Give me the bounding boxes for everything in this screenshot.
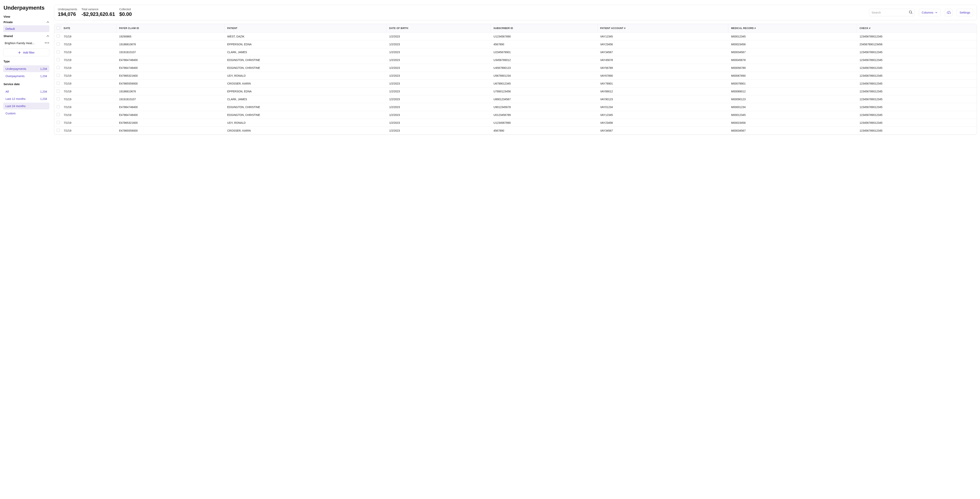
table-cell: 7/1/19	[61, 80, 116, 88]
row-select-cell	[54, 80, 61, 88]
table-cell: WEST, DAZIK	[224, 33, 387, 40]
type-filter-item[interactable]: Overpayments1,234	[3, 73, 49, 80]
row-checkbox[interactable]	[57, 42, 60, 46]
table-row[interactable]: 7/1/1919290865WEST, DAZIK1/2/2023U123456…	[54, 33, 977, 40]
column-header[interactable]: PAYER CLAIM ID	[116, 24, 224, 33]
column-header[interactable]: CHECK #	[857, 24, 977, 33]
row-checkbox[interactable]	[57, 81, 60, 85]
service-date-filter-item[interactable]: All1,234	[3, 88, 49, 95]
table-cell: VAY89012	[597, 88, 728, 95]
table-row[interactable]: 7/1/1919186810676EPPERSON, EDNA1/2/20234…	[54, 40, 977, 48]
table-cell: M00012345	[728, 111, 857, 119]
select-all-checkbox[interactable]	[57, 26, 60, 29]
row-checkbox[interactable]	[57, 50, 60, 53]
shared-label: Shared	[3, 35, 13, 38]
table-cell: U1234567890	[491, 33, 597, 40]
row-checkbox[interactable]	[57, 89, 60, 92]
column-header[interactable]: DATE OF BIRTH	[387, 24, 491, 33]
row-checkbox[interactable]	[57, 35, 60, 38]
shared-view-item[interactable]: Brighton Family Heal... •••	[3, 39, 49, 47]
row-select-cell	[54, 127, 61, 134]
table-cell: 1/2/2023	[387, 111, 491, 119]
service-date-filter-label: Custom	[5, 112, 16, 115]
row-checkbox[interactable]	[57, 129, 60, 132]
row-checkbox[interactable]	[57, 58, 60, 61]
table-row[interactable]: 7/1/19E47865559000CROSSER, KARIN1/2/2023…	[54, 127, 977, 134]
table-cell: 1/2/2023	[387, 48, 491, 56]
table-row[interactable]: 7/1/1919186810676EPPERSON, EDNA1/2/2023U…	[54, 88, 977, 95]
table-cell: U6789012345	[491, 80, 597, 88]
table-cell: VAY34567	[597, 48, 728, 56]
cloud-download-icon	[947, 11, 951, 14]
table-row[interactable]: 7/1/1919191810107CLARK, JAMES1/2/2023U23…	[54, 48, 977, 56]
table-row[interactable]: 7/1/19E47864748400EDGINGTON, CHRISTINE1/…	[54, 56, 977, 64]
row-checkbox[interactable]	[57, 97, 60, 100]
row-checkbox[interactable]	[57, 66, 60, 69]
table-cell: EPPERSON, EDNA	[224, 88, 387, 95]
shared-group-toggle[interactable]: Shared	[3, 35, 49, 38]
table-cell: 7/1/19	[61, 48, 116, 56]
row-checkbox[interactable]	[57, 113, 60, 116]
row-checkbox[interactable]	[57, 74, 60, 77]
more-icon[interactable]: •••	[45, 41, 49, 45]
table-cell: 7/1/19	[61, 72, 116, 80]
type-filter-label: Underpayments	[5, 67, 26, 70]
service-date-filter-count: 1,234	[40, 90, 47, 93]
table-cell: 123456789012345	[857, 103, 977, 111]
table-cell: 123456789012345	[857, 88, 977, 95]
table-row[interactable]: 7/1/19E47864748400EDGINGTON, CHRISTINE1/…	[54, 103, 977, 111]
table-cell: E47864748400	[116, 111, 224, 119]
stat-collected: Collected $0.00	[119, 8, 132, 17]
table-cell: 7/1/19	[61, 33, 116, 40]
table-cell: 123456789012345	[857, 48, 977, 56]
table-cell: 7/1/19	[61, 119, 116, 127]
table-cell: U7890123456	[491, 88, 597, 95]
type-filter-count: 1,234	[40, 67, 47, 70]
table-row[interactable]: 7/1/19E47865559000CROSSER, KARIN1/2/2023…	[54, 80, 977, 88]
add-filter-button[interactable]: Add filter	[3, 49, 49, 56]
service-date-filter-item[interactable]: Custom	[3, 110, 49, 117]
table-cell: U2345678901	[491, 48, 597, 56]
table-cell: M00023456	[728, 119, 857, 127]
stat-collected-label: Collected	[119, 8, 132, 11]
private-group-toggle[interactable]: Private	[3, 21, 49, 24]
column-header[interactable]: PATIENT ACCOUNT #	[597, 24, 728, 33]
row-select-cell	[54, 48, 61, 56]
type-label: Type	[3, 60, 49, 63]
table-cell: VAY01234	[597, 103, 728, 111]
columns-button[interactable]: Columns	[919, 9, 940, 16]
service-date-filter-item[interactable]: Last 12 months1,234	[3, 95, 49, 102]
table-cell: M00023456	[728, 40, 857, 48]
table-cell: VAY12345	[597, 33, 728, 40]
settings-button[interactable]: Settings	[957, 9, 973, 16]
column-header[interactable]: PATIENT	[224, 24, 387, 33]
search-icon	[908, 10, 913, 15]
stat-variance-label: Total variance	[81, 8, 115, 11]
table-cell: 123456789012345	[857, 119, 977, 127]
view-default[interactable]: Default	[3, 25, 49, 32]
select-all-header	[54, 24, 61, 33]
table-cell: 1/2/2023	[387, 95, 491, 103]
service-date-filter-item[interactable]: Last 24 months	[3, 103, 49, 110]
table-row[interactable]: 7/1/19E47864748400EDGINGTON, CHRISTINE1/…	[54, 111, 977, 119]
table-row[interactable]: 7/1/19E47865321600UDY, RONALD1/2/2023U56…	[54, 72, 977, 80]
service-date-filter-label: All	[5, 90, 9, 93]
row-checkbox[interactable]	[57, 121, 60, 124]
stat-collected-value: $0.00	[119, 11, 132, 17]
type-filter-item[interactable]: Underpayments1,234	[3, 65, 49, 72]
table-cell: VAY12345	[597, 111, 728, 119]
table-row[interactable]: 7/1/19E47865321600UDY, RONALD1/2/2023U12…	[54, 119, 977, 127]
table-cell: EPPERSON, EDNA	[224, 40, 387, 48]
table-cell: VAY23456	[597, 119, 728, 127]
search-input[interactable]	[869, 9, 915, 16]
column-header[interactable]: MEDICAL RECORD #	[728, 24, 857, 33]
column-header[interactable]: DATE	[61, 24, 116, 33]
table-cell: 1/2/2023	[387, 33, 491, 40]
table-cell: 234567890123456	[857, 40, 977, 48]
download-button[interactable]	[945, 9, 952, 16]
row-checkbox[interactable]	[57, 105, 60, 108]
column-header[interactable]: SUBSCRIBER ID	[491, 24, 597, 33]
table-row[interactable]: 7/1/19E47864748400EDGINGTON, CHRISTINE1/…	[54, 64, 977, 72]
table-cell: VAY67890	[597, 72, 728, 80]
table-row[interactable]: 7/1/1919191810107CLARK, JAMES1/2/2023U89…	[54, 95, 977, 103]
